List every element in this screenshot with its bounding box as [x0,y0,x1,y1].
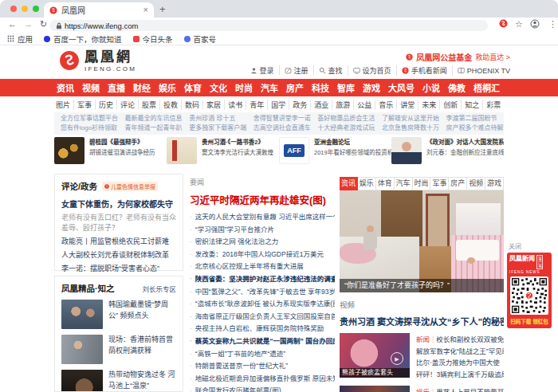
video-item[interactable]: 娱乐|男艺人上节目不能戴耳钉? [340,386,504,392]
promo-link[interactable]: 您有件logo衫待领取 [61,123,119,133]
tab-tiyu[interactable]: 体育 [376,177,395,190]
window-minimize-button[interactable] [22,6,28,12]
nav-item[interactable]: 智库 [333,81,359,94]
reload-icon[interactable]: ↻ [40,19,47,29]
headline-item[interactable]: 北京核心区控规上半年将有重大进展 [190,261,335,273]
set-homepage-link[interactable]: 设为首页 [348,65,397,76]
headline-item[interactable]: 陕西省委：坚决拥护对赵正永涉违纪违法的调查决定 [190,273,335,286]
nav-item[interactable]: 小说 [418,81,444,94]
premium-item[interactable]: 热带动物安逸过冬 河马池上“温泉” [61,370,176,392]
subnav-item[interactable]: 评论 [117,100,139,110]
phoenix-tv-link[interactable]: PHOENIX TV [453,67,510,75]
headline-item[interactable]: 发改委：2018年中国人均GDP接近1万美元 [190,249,335,261]
nav-item[interactable]: 大风号 [384,81,418,94]
liuchangle-zone-link[interactable]: 刘长乐专区 [142,284,176,293]
promo-link[interactable]: 志高空调社会直通车 [253,123,312,133]
promo-link[interactable]: 十大经典老游戏试玩 [317,123,375,133]
qr-card[interactable]: 凤凰新闻 客户端 IFENG NEWS [507,253,552,328]
nav-item[interactable]: 时尚 [231,81,257,94]
subnav-item[interactable]: 彩票 [483,100,504,110]
comment-link[interactable]: 政能亮丨用监管根绝农民工讨薪难 [61,236,176,247]
comment-link[interactable]: 李一诺：摆脱职场“受害者心态” [61,263,176,274]
video-news-line[interactable]: 砰砰！3辆宾利上演千万级追尾 [416,369,504,381]
subnav-item[interactable]: 旅游 [332,100,354,110]
browser-tab[interactable]: 凤凰网 × [44,2,154,18]
promo-link[interactable]: 青年频道一起青年趴 [125,123,183,133]
subnav-item[interactable]: 读书 [225,100,246,110]
subnav-item[interactable]: 数码 [182,100,203,110]
headline-item[interactable]: 中国“氢弹之父”、“改革先锋”于敏去世 享年93岁 [190,286,335,299]
promo-link[interactable]: 李渡第二届国粉节 [446,114,504,123]
featured-card[interactable]: AFF 亚洲金融论坛2019年看好哪些领域的投资机会 [279,137,391,171]
nav-item[interactable]: 科技 [308,81,333,94]
promo-link[interactable]: 更多独家下载客户端 [189,123,247,133]
nav-item[interactable]: 佛教 [444,81,470,94]
new-tab-button[interactable]: + [159,2,166,17]
window-zoom-button[interactable] [33,6,39,12]
headline-item[interactable]: 特朗普要送普京一份“世纪大礼” [190,360,335,373]
featured-card[interactable]: 碧桂园《最强辩手》胡锡进催泪演讲战争经历 [54,137,167,171]
promo-link[interactable]: 北京急售房降数十万 [382,123,440,133]
back-icon[interactable]: ← [8,19,17,29]
bookmark-toutiao[interactable]: 今日头条 [133,33,173,45]
main-headline[interactable]: 习近平时隔近两年再赴雄安(图) [190,192,335,207]
ifeng-logo[interactable]: 鳳凰網 IFENG.COM [59,50,136,73]
subnav-item[interactable]: 青年 [246,100,268,110]
mobile-news-link[interactable]: 手机看新闻 [397,65,453,76]
child-report-badge[interactable]: 儿童色情信息举报 [102,182,158,191]
tab-youxi[interactable]: 游戏 [485,177,504,190]
headline-item[interactable]: “造城市长”耿彦波卸任 被认为系现实版李达康(图) [190,298,335,311]
bookmark-star-icon[interactable]: ☆ [515,19,523,29]
subnav-item[interactable]: 历史 [96,100,117,110]
subnav-item[interactable]: 军事 [74,100,96,110]
subnav-item[interactable]: 国学 [268,100,289,110]
featured-card[interactable]: 《政对面》对话人大国发院系列刘元春：金融创新应注意底线控制 [391,137,504,171]
video-thumbnail[interactable] [340,386,410,392]
address-bar[interactable]: https://www.ifeng.com [49,20,488,31]
comment-headline[interactable]: 女童下体重伤，为何家校都失守 [61,198,176,210]
subnav-item[interactable]: 音乐 [375,100,397,110]
nav-item[interactable]: 文化 [206,81,231,94]
nav-item[interactable]: 房产 [282,81,308,94]
apps-grid-icon[interactable] [7,35,14,42]
nav-item[interactable]: 资讯 [53,81,78,94]
headline-item[interactable]: 密织法律之网 强化法治之力 [190,236,335,249]
tab-close-icon[interactable]: × [143,6,148,14]
subnav-item[interactable]: 图片 [53,100,74,110]
window-close-button[interactable] [10,6,17,12]
tab-qiche[interactable]: 汽车 [395,177,413,190]
nav-item[interactable]: 游戏 [359,81,384,94]
tab-zixun[interactable]: 资讯 [340,177,358,190]
subnav-item[interactable]: 知之 [462,100,483,110]
headline-item[interactable]: 海南省原正厅级国企负责人王军文回国投案自首 [190,311,335,323]
bookmark-apps[interactable]: 应用 [18,33,33,45]
video-news-line[interactable]: 新闻|校长和副校长双双被免职 [416,334,504,346]
promo-link[interactable]: 全方位军事话题平台 [61,114,119,123]
nav-item[interactable]: 娱乐 [155,81,180,94]
headline-item[interactable]: 这天的人民大会堂别有意趣 习近平出席这样一个活动 [190,211,335,224]
nav-item[interactable]: 体育 [180,81,206,94]
tab-fangchan[interactable]: 房产 [449,177,467,190]
subnav-item[interactable]: 创新 [440,100,462,110]
headline-item[interactable]: 蔡英文妄称九二共识就是“一国两制” 国台办回应 [190,335,335,348]
promo-link[interactable]: 了解雄安从这里开始 [382,114,440,123]
promo-link[interactable]: 荟好物惠品质会生活 [317,114,375,123]
login-link[interactable]: 登录 [246,65,280,76]
register-link[interactable]: 注册 [280,65,314,76]
premium-item[interactable]: 韩国瑜戴墨镜“梦周公” 频频点头 [61,300,176,329]
headline-item[interactable]: 地磁北极近期诡异加速偏移直扑俄罗斯 原因未知 [190,373,335,386]
charity-link[interactable]: 凤凰网公益基金 救助直达 > [406,51,510,63]
qr-close-button[interactable]: 关闭 [509,241,553,250]
video-headline[interactable]: 贵州习酒 窦文涛探寻沈从文“乡下人”的秘密 [340,315,504,327]
subnav-item[interactable]: 家居 [203,100,225,110]
tab-junshi[interactable]: 军事 [430,177,449,190]
headline-item[interactable]: “高铁一姐”丁书苗的地产“遗迹” [190,348,335,361]
forward-icon[interactable]: → [24,19,33,29]
subnav-item[interactable]: 公益 [354,100,375,110]
subnav-item[interactable]: 讲堂 [397,100,418,110]
subnav-item[interactable]: 投教 [160,100,182,110]
premium-item[interactable]: 现场：香港前特首曾荫权刑满获释 [61,335,176,364]
profile-avatar-icon[interactable] [530,19,540,29]
video-item[interactable]: ▶ 熊孩子被痰盂套头 新闻|校长和副校长双双被免职 解放军数字化“陆战之王”罕见… [340,333,504,380]
subnav-item[interactable]: 未来 [418,100,440,110]
